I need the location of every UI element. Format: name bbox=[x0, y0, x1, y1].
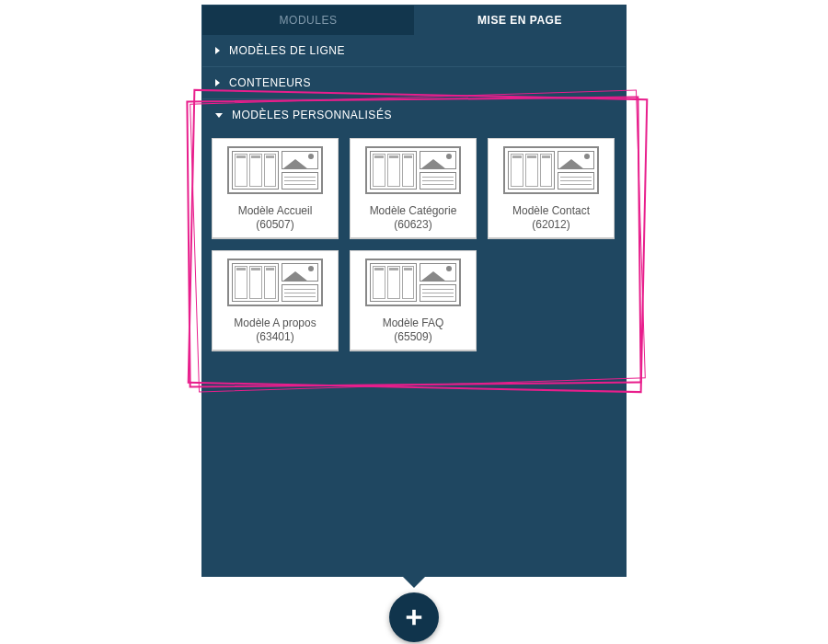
section-row-templates: MODÈLES DE LIGNE bbox=[202, 35, 626, 67]
section-title-custom-templates: MODÈLES PERSONNALISÉS bbox=[232, 109, 392, 121]
tab-layout-label: MISE EN PAGE bbox=[477, 14, 562, 27]
section-custom-templates: MODÈLES PERSONNALISÉS Modèle Accueil(605… bbox=[202, 99, 626, 364]
plus-icon bbox=[404, 607, 424, 627]
section-title-containers: CONTENEURS bbox=[229, 76, 311, 89]
template-card-label: Modèle FAQ(65509) bbox=[383, 316, 444, 344]
chevron-right-icon bbox=[215, 47, 220, 54]
template-card[interactable]: Modèle FAQ(65509) bbox=[350, 250, 477, 351]
chevron-down-icon bbox=[215, 113, 223, 118]
section-header-containers[interactable]: CONTENEURS bbox=[202, 67, 626, 98]
template-card[interactable]: Modèle Accueil(60507) bbox=[212, 138, 339, 239]
template-card[interactable]: Modèle Contact(62012) bbox=[488, 138, 615, 239]
chevron-right-icon bbox=[215, 79, 220, 86]
template-card-label: Modèle Catégorie(60623) bbox=[370, 204, 457, 232]
template-thumbnail-icon bbox=[227, 146, 323, 194]
template-grid: Modèle Accueil(60507) Modèle Catégorie(6… bbox=[202, 131, 626, 364]
panel-tail-icon bbox=[403, 577, 425, 588]
panel-spacer bbox=[202, 364, 626, 576]
section-header-row-templates[interactable]: MODÈLES DE LIGNE bbox=[202, 35, 626, 66]
tab-modules[interactable]: MODULES bbox=[202, 6, 414, 35]
template-thumbnail-icon bbox=[365, 146, 461, 194]
template-card[interactable]: Modèle Catégorie(60623) bbox=[350, 138, 477, 239]
template-card[interactable]: Modèle A propos(63401) bbox=[212, 250, 339, 351]
template-thumbnail-icon bbox=[365, 259, 461, 306]
section-title-row-templates: MODÈLES DE LIGNE bbox=[229, 44, 345, 57]
section-containers: CONTENEURS bbox=[202, 67, 626, 99]
tab-modules-label: MODULES bbox=[280, 14, 338, 27]
tab-layout[interactable]: MISE EN PAGE bbox=[414, 6, 626, 35]
fab-container bbox=[389, 592, 439, 642]
template-card-label: Modèle Contact(62012) bbox=[512, 204, 590, 232]
tab-bar: MODULES MISE EN PAGE bbox=[202, 6, 626, 35]
template-card-label: Modèle Accueil(60507) bbox=[238, 204, 313, 232]
template-card-label: Modèle A propos(63401) bbox=[234, 316, 316, 344]
layout-panel: MODULES MISE EN PAGE MODÈLES DE LIGNE CO… bbox=[201, 5, 627, 577]
template-thumbnail-icon bbox=[227, 259, 323, 306]
add-button[interactable] bbox=[389, 592, 439, 642]
section-header-custom-templates[interactable]: MODÈLES PERSONNALISÉS bbox=[202, 99, 626, 131]
template-thumbnail-icon bbox=[503, 146, 599, 194]
